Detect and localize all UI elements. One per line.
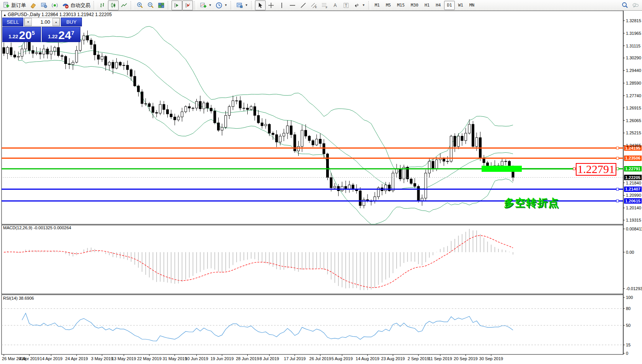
svg-text:A: A — [333, 3, 337, 8]
mt4-window: 新订单 自动交易 — [0, 0, 642, 364]
line-anchor-handle — [616, 188, 619, 190]
turning-point-annotation: 多空转折点 — [504, 196, 559, 210]
svg-text:1.22205: 1.22205 — [625, 175, 640, 180]
candle — [297, 147, 300, 151]
svg-text:1.32815: 1.32815 — [626, 18, 641, 23]
timeframe-button-M1[interactable]: M1 — [372, 1, 382, 10]
bar-chart-button[interactable] — [97, 0, 108, 10]
buy-button[interactable]: BUY — [61, 18, 82, 26]
date-tick-label: 26 Jul 2019 — [309, 356, 331, 361]
auto-scroll-button[interactable] — [172, 0, 182, 10]
line-chart-button[interactable] — [119, 0, 129, 10]
svg-text:1.31115: 1.31115 — [626, 44, 640, 48]
autotrading-button[interactable]: 自动交易 — [60, 0, 92, 10]
fibonacci-button[interactable]: F — [319, 0, 330, 10]
date-tick-label: 11 Sep 2019 — [428, 356, 452, 361]
svg-text:-0.012931: -0.012931 — [626, 286, 642, 291]
search-icon[interactable] — [621, 2, 628, 9]
volume-increase-button[interactable]: ▲ — [52, 18, 60, 26]
timeframe-button-M15[interactable]: M15 — [394, 1, 407, 10]
vertical-line-button[interactable] — [276, 0, 287, 10]
candle — [177, 117, 180, 120]
arrows-icon — [353, 2, 360, 9]
indicators-button[interactable]: ▼ — [198, 0, 214, 10]
arrows-button[interactable]: ▼ — [351, 0, 367, 10]
trendline-button[interactable] — [298, 0, 309, 10]
candle — [217, 123, 220, 130]
candle — [123, 65, 125, 65]
timeframe-button-MN[interactable]: MN — [467, 1, 477, 10]
toolbar-separator — [230, 1, 233, 10]
timeframe-button-D1[interactable]: D1 — [444, 1, 454, 10]
candle — [7, 47, 9, 53]
indicators-icon — [200, 2, 207, 9]
chart-shift-button[interactable] — [182, 0, 193, 10]
candle — [228, 106, 230, 115]
periods-button[interactable]: ▼ — [214, 0, 229, 10]
sell-button[interactable]: SELL — [2, 18, 23, 26]
toolbar-separator — [93, 1, 96, 10]
volume-value[interactable]: 1.00 — [32, 18, 52, 26]
buy-price-prefix: 1.22 — [48, 34, 57, 39]
candle — [141, 92, 143, 104]
candle — [87, 36, 89, 40]
text-label-button[interactable]: T — [341, 0, 351, 10]
chat-icon[interactable] — [632, 2, 639, 9]
tile-windows-button[interactable] — [156, 0, 167, 10]
candle — [39, 53, 41, 54]
candle — [126, 65, 129, 70]
candle — [428, 161, 431, 173]
signals-button[interactable] — [49, 0, 60, 10]
candle — [243, 108, 245, 108]
cursor-button[interactable] — [255, 0, 266, 10]
candle — [472, 124, 474, 147]
level-lines: 1.241951.235061.227911.214071.206151.222… — [2, 145, 642, 204]
volume-decrease-button[interactable]: ▼ — [25, 18, 32, 26]
profiles-button[interactable] — [28, 0, 39, 10]
date-tick-label: 8 Jul 2019 — [260, 356, 279, 361]
chart-canvas[interactable]: 1.241951.235061.227911.214071.206151.222… — [0, 0, 642, 364]
candle — [436, 160, 438, 168]
timeframe-button-M30[interactable]: M30 — [408, 1, 421, 10]
zoom-in-button[interactable] — [134, 0, 145, 10]
timeframe-button-W1[interactable]: W1 — [456, 1, 466, 10]
candle — [57, 47, 60, 55]
signals-icon — [51, 2, 58, 9]
svg-text:E: E — [315, 6, 317, 8]
candle — [410, 179, 412, 184]
crosshair-button[interactable] — [266, 0, 276, 10]
text-button[interactable]: A — [330, 0, 341, 10]
candle — [468, 124, 470, 133]
candle — [72, 62, 74, 65]
equidistant-channel-button[interactable]: E — [309, 0, 319, 10]
candle — [334, 186, 336, 188]
templates-button[interactable]: ▼ — [234, 0, 250, 10]
timeframe-button-H4[interactable]: H4 — [433, 1, 443, 10]
date-axis[interactable]: 26 Mar 20194 Apr 201914 Apr 201924 Apr 2… — [2, 354, 503, 361]
sell-price-big: 20 — [19, 30, 32, 41]
collapse-arrow-icon[interactable]: ▲ — [3, 13, 7, 17]
horizontal-line-button[interactable] — [287, 0, 298, 10]
candle — [312, 140, 314, 145]
date-tick-label: 10 Jun 2019 — [185, 356, 208, 361]
timeframe-button-H1[interactable]: H1 — [422, 1, 432, 10]
date-tick-label: 13 May 2019 — [112, 356, 136, 361]
new-order-button[interactable]: 新订单 — [1, 0, 28, 10]
candle — [148, 104, 150, 107]
candlestick-chart-button[interactable] — [108, 0, 119, 10]
zoom-out-button[interactable] — [145, 0, 156, 10]
line-anchor-handle — [616, 168, 619, 170]
candle — [90, 40, 92, 45]
svg-text:1.20615: 1.20615 — [625, 199, 640, 203]
candle — [327, 154, 329, 178]
terminal-button[interactable] — [39, 0, 49, 10]
candle — [305, 130, 307, 136]
buy-price-big: 24 — [59, 30, 71, 41]
candle — [283, 133, 285, 136]
timeframe-button-M5[interactable]: M5 — [383, 1, 394, 10]
price-callout-label[interactable]: 1.22791 — [576, 163, 616, 176]
sell-price-button[interactable]: 1.22 20 5 — [2, 27, 41, 42]
candle — [14, 55, 16, 57]
candle — [214, 111, 216, 123]
buy-price-button[interactable]: 1.22 24 7 — [42, 27, 80, 42]
